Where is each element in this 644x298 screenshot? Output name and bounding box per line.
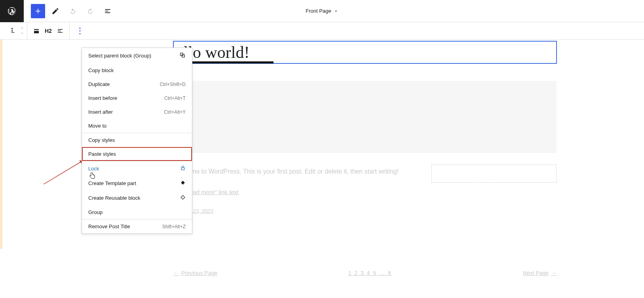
lock-icon bbox=[180, 165, 186, 172]
prev-page-link[interactable]: ← Previous Page bbox=[173, 270, 217, 276]
list-view-button[interactable] bbox=[101, 4, 115, 18]
wordpress-icon bbox=[7, 6, 17, 16]
menu-create-reusable-label: Create Reusable block bbox=[88, 195, 141, 201]
menu-create-template-part-label: Create Template part bbox=[88, 180, 136, 186]
template-selector[interactable]: Front Page bbox=[306, 8, 338, 14]
menu-duplicate-label: Duplicate bbox=[88, 81, 110, 87]
menu-create-reusable[interactable]: Create Reusable block bbox=[82, 191, 192, 205]
group-icon bbox=[179, 52, 186, 59]
svg-rect-0 bbox=[34, 29, 39, 30]
menu-paste-styles-label: Paste styles bbox=[88, 151, 116, 157]
add-block-button[interactable] bbox=[31, 4, 45, 18]
svg-rect-7 bbox=[181, 168, 184, 170]
redo-button[interactable] bbox=[83, 4, 97, 18]
menu-remove-shortcut: Shift+Alt+Z bbox=[162, 224, 186, 229]
undo-icon bbox=[69, 7, 77, 15]
prev-page-label: Previous Page bbox=[181, 270, 217, 276]
menu-group-label: Group bbox=[88, 209, 103, 215]
menu-group[interactable]: Group bbox=[82, 205, 192, 219]
menu-lock-label: Lock bbox=[88, 166, 99, 172]
menu-move-to[interactable]: Move to bbox=[82, 119, 192, 133]
menu-copy-styles[interactable]: Copy styles bbox=[82, 133, 192, 147]
diamond-outline-icon bbox=[180, 195, 186, 201]
menu-insert-before-shortcut: Ctrl+Alt+T bbox=[164, 96, 186, 101]
wordpress-logo[interactable] bbox=[0, 0, 24, 22]
vertical-dots-icon bbox=[79, 27, 81, 34]
menu-insert-before-label: Insert before bbox=[88, 95, 117, 101]
menu-insert-after[interactable]: Insert after Ctrl+Alt+Y bbox=[82, 105, 192, 119]
menu-move-to-label: Move to bbox=[88, 123, 106, 129]
menu-copy-block-label: Copy block bbox=[88, 67, 114, 73]
redo-icon bbox=[86, 7, 94, 15]
menu-remove[interactable]: Remove Post Title Shift+Alt+Z bbox=[82, 220, 192, 233]
arrow-right-icon: → bbox=[551, 270, 557, 276]
block-context-menu: Select parent block (Group) Copy block D… bbox=[82, 48, 192, 234]
menu-paste-styles[interactable]: Paste styles bbox=[82, 147, 192, 161]
menu-copy-styles-label: Copy styles bbox=[88, 137, 115, 143]
top-toolbar: Front Page bbox=[0, 0, 644, 22]
move-down-button[interactable]: ⌄ bbox=[21, 31, 24, 34]
pagination-numbers[interactable]: 1 2 3 4 5 … 8 bbox=[348, 270, 392, 276]
template-title: Front Page bbox=[306, 8, 331, 14]
svg-rect-1 bbox=[34, 31, 39, 33]
post-featured-image-slot[interactable] bbox=[431, 164, 557, 183]
menu-select-parent[interactable]: Select parent block (Group) bbox=[82, 48, 192, 63]
menu-insert-after-label: Insert after bbox=[88, 109, 113, 115]
heading-level-group: H2 bbox=[27, 22, 70, 39]
post-excerpt-text: Welcome to WordPress. This is your first… bbox=[173, 168, 399, 175]
query-pagination: ← Previous Page 1 2 3 4 5 … 8 Next Page … bbox=[173, 270, 557, 276]
menu-create-template-part[interactable]: Create Template part bbox=[82, 176, 192, 191]
block-options-button[interactable] bbox=[73, 27, 87, 34]
next-page-link[interactable]: Next Page → bbox=[523, 270, 557, 276]
paragraph-block-button[interactable] bbox=[7, 22, 19, 39]
menu-remove-label: Remove Post Title bbox=[88, 224, 130, 229]
post-title-block[interactable]: ello world! bbox=[173, 41, 557, 64]
block-move-arrows: ⌃ ⌄ bbox=[21, 28, 24, 34]
block-toolbar: ⌃ ⌄ H2 bbox=[0, 22, 644, 40]
list-icon bbox=[104, 7, 112, 15]
edit-button[interactable] bbox=[48, 4, 63, 18]
diamond-filled-icon bbox=[180, 180, 186, 187]
svg-point-4 bbox=[79, 33, 80, 34]
undo-button[interactable] bbox=[66, 4, 80, 18]
arrow-left-icon: ← bbox=[173, 270, 179, 276]
menu-copy-block[interactable]: Copy block bbox=[82, 63, 192, 77]
pencil-icon bbox=[51, 7, 59, 15]
menu-duplicate[interactable]: Duplicate Ctrl+Shift+D bbox=[82, 77, 192, 91]
left-highlight-bar bbox=[0, 40, 2, 249]
menu-insert-before[interactable]: Insert before Ctrl+Alt+T bbox=[82, 91, 192, 105]
menu-lock[interactable]: Lock bbox=[82, 161, 192, 176]
block-type-group: ⌃ ⌄ bbox=[7, 22, 27, 39]
svg-point-3 bbox=[79, 30, 80, 31]
text-align-icon bbox=[57, 27, 64, 34]
align-icon bbox=[33, 27, 40, 34]
menu-select-parent-label: Select parent block (Group) bbox=[88, 53, 151, 59]
menu-insert-after-shortcut: Ctrl+Alt+Y bbox=[164, 109, 186, 115]
heading-level-label[interactable]: H2 bbox=[45, 28, 52, 34]
text-align-button[interactable] bbox=[54, 22, 66, 39]
next-page-label: Next Page bbox=[523, 270, 549, 276]
pagination-numbers-text: 1 2 3 4 5 … 8 bbox=[348, 270, 392, 276]
svg-rect-9 bbox=[181, 195, 185, 199]
align-button[interactable] bbox=[30, 22, 42, 39]
heading-block-icon bbox=[9, 27, 17, 34]
chevron-down-icon bbox=[334, 9, 338, 13]
featured-image-placeholder[interactable] bbox=[173, 81, 557, 153]
top-left-group bbox=[24, 4, 115, 18]
menu-duplicate-shortcut: Ctrl+Shift+D bbox=[160, 82, 186, 87]
svg-point-2 bbox=[79, 27, 80, 29]
plus-icon bbox=[34, 7, 42, 15]
svg-rect-8 bbox=[181, 181, 185, 185]
